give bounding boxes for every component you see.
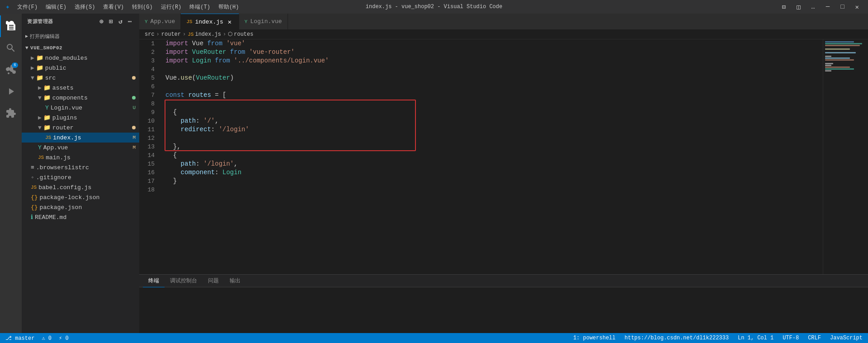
new-folder-icon[interactable]: ⊞ [107, 17, 115, 26]
folder-src[interactable]: ▼ 📁 src [22, 73, 139, 83]
line-content-4 [162, 65, 823, 74]
file-tree: ▼ VUE_SHOP02 ▶ 📁 node_modules ▶ 📁 public… [22, 43, 139, 333]
menu-help[interactable]: 帮助(H) [215, 2, 243, 12]
file-index-js[interactable]: JS index.js M [22, 133, 139, 143]
maximize-button[interactable]: □ [837, 0, 848, 14]
terminal-panel: 终端 调试控制台 问题 输出 [139, 274, 868, 333]
git-branch-status[interactable]: ⎇ master [4, 335, 36, 342]
tab-close-icon[interactable]: ✕ [226, 18, 233, 25]
menu-edit[interactable]: 编辑(E) [42, 2, 70, 12]
line-num-16: 16 [139, 168, 162, 177]
folder-router[interactable]: ▼ 📁 router [22, 123, 139, 133]
terminal-tab-bar: 终端 调试控制台 问题 输出 [139, 275, 868, 287]
close-button[interactable]: ✕ [852, 0, 863, 14]
file-label: package.json [40, 204, 82, 211]
file-package-lock[interactable]: {} package-lock.json [22, 192, 139, 202]
menu-goto[interactable]: 转到(G) [128, 2, 156, 12]
folder-components[interactable]: ▼ 📁 components [22, 93, 139, 103]
line-num-8: 8 [139, 100, 162, 108]
menu-terminal[interactable]: 终端(T) [186, 2, 214, 12]
file-gitignore[interactable]: ◦ .gitignore [22, 172, 139, 182]
menu-run[interactable]: 运行(R) [157, 2, 185, 12]
file-babel-config[interactable]: JS babel.config.js [22, 182, 139, 192]
sidebar-actions: ⊕ ⊞ ↺ ⋯ [98, 17, 134, 26]
more-actions-icon[interactable]: … [807, 0, 818, 14]
code-line-18: 18 [139, 186, 823, 194]
line-ending-status[interactable]: CRLF [806, 335, 823, 341]
file-main-js[interactable]: JS main.js [22, 152, 139, 162]
file-browserslistrc[interactable]: ≡ .browserslistrc [22, 162, 139, 172]
minimize-button[interactable]: ─ [822, 0, 833, 14]
breadcrumb-src[interactable]: src [145, 31, 155, 38]
terminal-tab-problems[interactable]: 问题 [203, 275, 224, 287]
terminal-tab-debug[interactable]: 调试控制台 [165, 275, 203, 287]
folder-public[interactable]: ▶ 📁 public [22, 63, 139, 73]
activity-run[interactable] [0, 81, 22, 102]
line-content-16: component: Login [162, 168, 823, 177]
tab-login-vue[interactable]: Y Login.vue [239, 14, 288, 29]
json-file-icon: {} [31, 194, 38, 201]
split-editor-icon[interactable]: ◫ [793, 0, 804, 14]
line-num-15: 15 [139, 160, 162, 168]
folder-label: router [52, 124, 74, 131]
collapse-all-icon[interactable]: ⋯ [126, 17, 134, 26]
blog-link-status[interactable]: https://blog.csdn.net/dl1k222333 [623, 335, 731, 341]
breadcrumb-indexjs[interactable]: JSindex.js [188, 31, 221, 38]
layout-icon[interactable]: ⊟ [778, 0, 789, 14]
terminal-tab-output[interactable]: 输出 [224, 275, 246, 287]
breadcrumb-routes[interactable]: ⬡routes [228, 31, 253, 38]
error-count-status[interactable]: ⚠ 0 [40, 335, 53, 342]
breadcrumb-router[interactable]: router [161, 31, 181, 38]
activity-explorer[interactable] [0, 15, 22, 37]
code-line-10: 10 path: '/', [139, 117, 823, 125]
line-content-14: { [162, 151, 823, 160]
file-badge-m: M [132, 135, 136, 140]
code-line-1: 1 import Vue from 'vue' [139, 39, 823, 48]
terminal-name-status[interactable]: 1: powershell [571, 335, 618, 341]
open-editors-header[interactable]: ▶ 打开的编辑器 [22, 31, 139, 41]
file-package-json[interactable]: {} package.json [22, 202, 139, 212]
line-num-5: 5 [139, 74, 162, 82]
tab-vue-icon: Y [145, 19, 148, 24]
modified-dot [132, 76, 136, 80]
cursor-position-status[interactable]: Ln 1, Col 1 [736, 335, 775, 341]
project-name: VUE_SHOP02 [30, 45, 62, 51]
title-bar-buttons: ⊟ ◫ … ─ □ ✕ [778, 0, 863, 14]
file-readme[interactable]: ℹ README.md [22, 212, 139, 222]
code-line-15: 15 path: '/login', [139, 160, 823, 168]
activity-search[interactable] [0, 37, 22, 59]
line-num-3: 3 [139, 57, 162, 65]
menu-file[interactable]: 文件(F) [14, 2, 42, 12]
line-content-10: path: '/', [162, 117, 823, 125]
project-root[interactable]: ▼ VUE_SHOP02 [22, 43, 139, 53]
minimap-line [825, 41, 854, 43]
folder-plugins[interactable]: ▶ 📁 plugins [22, 113, 139, 123]
vue-file-icon: Y [45, 105, 49, 111]
language-mode-status[interactable]: JavaScript [828, 335, 864, 341]
new-file-icon[interactable]: ⊕ [98, 17, 105, 26]
tab-app-vue[interactable]: Y App.vue [139, 14, 181, 29]
code-editor[interactable]: 1 import Vue from 'vue' 2 import VueRout… [139, 39, 823, 274]
warning-count-status[interactable]: ⚡ 0 [57, 335, 71, 342]
encoding-status[interactable]: UTF-8 [781, 335, 801, 341]
menu-select[interactable]: 选择(S) [71, 2, 99, 12]
activity-extensions[interactable] [0, 102, 22, 124]
folder-assets[interactable]: ▶ 📁 assets [22, 83, 139, 93]
menu-view[interactable]: 查看(V) [99, 2, 127, 12]
terminal-content[interactable] [139, 287, 868, 333]
folder-node-modules[interactable]: ▶ 📁 node_modules [22, 53, 139, 63]
terminal-tab-terminal[interactable]: 终端 [143, 275, 165, 287]
code-line-12: 12 [139, 134, 823, 143]
line-num-17: 17 [139, 177, 162, 186]
folder-label: assets [52, 85, 74, 91]
refresh-icon[interactable]: ↺ [117, 17, 124, 26]
file-icon: ◦ [31, 174, 34, 181]
file-app-vue[interactable]: Y App.vue M [22, 143, 139, 152]
activity-source-control[interactable]: 6 [0, 59, 22, 81]
line-num-12: 12 [139, 134, 162, 143]
file-login-vue[interactable]: Y Login.vue U [22, 103, 139, 113]
line-content-11: redirect: '/login' [162, 125, 823, 134]
status-bar-right: 1: powershell https://blog.csdn.net/dl1k… [571, 335, 864, 341]
editor-content-wrapper: 1 import Vue from 'vue' 2 import VueRout… [139, 39, 868, 274]
tab-index-js[interactable]: JS index.js ✕ [181, 14, 239, 29]
